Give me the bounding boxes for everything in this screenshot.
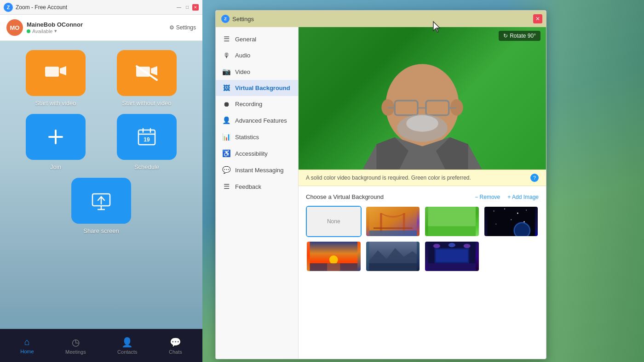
share-screen-label: Share screen: [83, 227, 119, 234]
start-with-video-button[interactable]: Start with video: [14, 50, 98, 107]
vbg-thumb-grass[interactable]: [424, 206, 480, 237]
svg-rect-51: [369, 263, 417, 271]
chevron-down-icon: ▾: [54, 28, 57, 34]
settings-menu-feedback[interactable]: ☰ Feedback: [216, 178, 298, 195]
accessibility-icon: ♿: [222, 149, 230, 158]
settings-menu-audio[interactable]: 🎙 Audio: [216, 47, 298, 63]
settings-menu-accessibility[interactable]: ♿ Accessibility: [216, 145, 298, 162]
action-grid: Start with video Start without video: [14, 50, 189, 170]
svg-rect-35: [428, 207, 476, 226]
rotate-button[interactable]: ↻ Rotate 90°: [499, 31, 540, 41]
svg-rect-31: [373, 227, 412, 229]
virtual-background-label: Virtual Background: [235, 85, 290, 91]
settings-zoom-logo: Z: [221, 15, 230, 23]
remove-background-button[interactable]: − Remove: [475, 194, 500, 200]
start-video-label: Start with video: [35, 100, 76, 107]
svg-rect-0: [45, 67, 59, 77]
general-label: General: [235, 36, 256, 43]
nav-meetings-label: Meetings: [65, 349, 86, 355]
svg-point-42: [495, 224, 496, 225]
schedule-label: Schedule: [134, 164, 159, 170]
settings-menu-advanced[interactable]: 👤 Advanced Features: [216, 112, 298, 129]
zoom-titlebar: Z Zoom - Free Account — □ ✕: [0, 0, 202, 15]
advanced-icon: 👤: [222, 116, 230, 124]
vbg-lake-preview: [366, 242, 420, 271]
person-preview: [299, 27, 546, 170]
schedule-button[interactable]: 19 Schedule: [105, 114, 189, 170]
grass-svg: [425, 207, 479, 236]
lake-svg: [366, 242, 420, 271]
svg-point-47: [329, 255, 338, 264]
info-message: A solid color video background is requir…: [306, 175, 471, 181]
nav-home-label: Home: [20, 349, 34, 354]
vbg-chooser: Choose a Virtual Background − Remove + A…: [299, 186, 546, 359]
info-icon[interactable]: ?: [530, 174, 539, 182]
titlebar-left: Z Zoom - Free Account: [4, 3, 67, 12]
vbg-thumb-sunset[interactable]: [306, 241, 362, 272]
bridge-svg: [366, 207, 420, 236]
vbg-sunset-preview: [307, 242, 361, 271]
settings-menu-video[interactable]: 📷 Video: [216, 63, 298, 80]
gear-icon: ⚙: [169, 24, 174, 31]
zoom-title: Zoom - Free Account: [16, 4, 67, 11]
statistics-icon: 📊: [222, 133, 230, 141]
svg-rect-32: [369, 231, 417, 236]
feedback-icon: ☰: [222, 182, 230, 191]
vbg-stage-preview: [425, 242, 479, 271]
add-image-button[interactable]: + Add Image: [507, 194, 539, 200]
rotate-icon: ↻: [503, 33, 508, 39]
accessibility-label: Accessibility: [235, 150, 268, 157]
window-controls: — □ ✕: [176, 4, 199, 11]
vbg-none-preview: None: [307, 207, 361, 236]
stage-svg: [425, 242, 479, 271]
video-preview: ↻ Rotate 90°: [299, 27, 546, 170]
messaging-icon: 💬: [222, 166, 230, 174]
start-no-video-label: Start without video: [122, 100, 172, 107]
rotate-label: Rotate 90°: [510, 33, 536, 39]
vbg-thumb-space[interactable]: [483, 206, 539, 237]
settings-menu-general[interactable]: ☰ General: [216, 31, 298, 47]
nav-chats[interactable]: 💬 Chats: [164, 335, 187, 356]
join-button[interactable]: Join: [14, 114, 98, 170]
minimize-button[interactable]: —: [176, 4, 182, 11]
close-button[interactable]: ✕: [192, 4, 199, 11]
settings-menu-virtual-background[interactable]: 🖼 Virtual Background: [216, 80, 298, 96]
nav-contacts[interactable]: 👤 Contacts: [113, 335, 142, 356]
space-svg: [484, 207, 538, 236]
nav-meetings[interactable]: ◷ Meetings: [61, 335, 91, 356]
settings-menu-instant-messaging[interactable]: 💬 Instant Messaging: [216, 162, 298, 178]
start-no-video-icon: [117, 50, 177, 96]
nav-home[interactable]: ⌂ Home: [16, 335, 38, 356]
vbg-thumb-stage[interactable]: [424, 241, 480, 272]
settings-titlebar-left: Z Settings: [221, 15, 254, 23]
settings-main-content: ↻ Rotate 90° A solid color video backgro…: [299, 27, 546, 359]
audio-icon: 🎙: [222, 51, 230, 59]
settings-menu-statistics[interactable]: 📊 Statistics: [216, 129, 298, 145]
settings-label: Settings: [176, 24, 196, 31]
share-screen-button[interactable]: Share screen: [71, 178, 131, 234]
zoom-header: MO MaineBob OConnor Available ▾ ⚙ Settin…: [0, 15, 202, 41]
status-indicator: [27, 29, 30, 33]
contacts-icon: 👤: [121, 337, 133, 348]
nav-chats-label: Chats: [169, 349, 182, 355]
vbg-thumb-lake[interactable]: [365, 241, 421, 272]
start-video-icon: [26, 50, 86, 96]
vbg-thumb-none[interactable]: None: [306, 206, 362, 237]
advanced-features-label: Advanced Features: [235, 117, 287, 124]
maximize-button[interactable]: □: [184, 4, 190, 11]
svg-marker-3: [151, 66, 157, 75]
start-without-video-button[interactable]: Start without video: [105, 50, 189, 107]
settings-button[interactable]: ⚙ Settings: [169, 24, 196, 31]
recording-icon: ⏺: [222, 100, 230, 108]
vbg-info-bar: A solid color video background is requir…: [299, 170, 546, 186]
svg-point-41: [511, 219, 512, 220]
svg-point-54: [448, 243, 455, 247]
schedule-icon: 19: [117, 114, 177, 160]
chats-icon: 💬: [170, 337, 181, 348]
vbg-thumb-bridge[interactable]: [365, 206, 421, 237]
user-info: MaineBob OConnor Available ▾: [27, 21, 169, 34]
share-screen-icon: [71, 178, 131, 224]
settings-close-button[interactable]: ✕: [533, 14, 542, 23]
settings-menu-recording[interactable]: ⏺ Recording: [216, 96, 298, 112]
sunset-svg: [307, 242, 361, 271]
